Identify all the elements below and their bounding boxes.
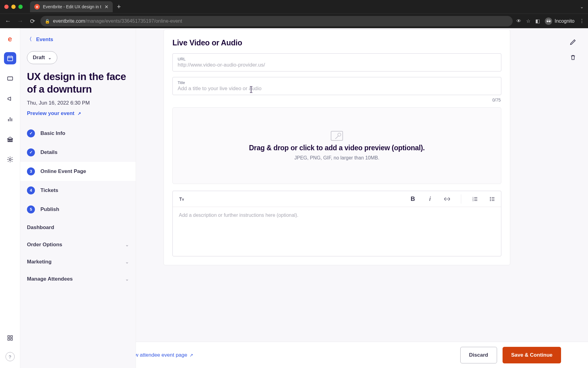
sidebar-marketing[interactable]: Marketing ⌄ — [20, 253, 136, 270]
step-number-badge: 5 — [27, 205, 35, 213]
svg-rect-4 — [7, 77, 13, 80]
title-input[interactable] — [178, 86, 496, 92]
step-label: Tickets — [40, 187, 58, 194]
external-link-icon: ↗ — [77, 111, 81, 116]
megaphone-icon — [7, 95, 13, 102]
chevron-down-icon: ⌄ — [125, 259, 129, 264]
minimize-window-button[interactable] — [11, 5, 16, 9]
dropzone-subtext: JPEG, PNG, GIF, no larger than 10MB. — [294, 155, 379, 161]
editor-toolbar: B i 123 — [173, 191, 501, 207]
chevron-down-icon: ⌄ — [48, 56, 51, 60]
kebab-menu-icon[interactable]: ⋮ — [579, 18, 584, 24]
unordered-list-button[interactable] — [488, 194, 497, 204]
description-editor: B i 123 Add a — [172, 191, 501, 256]
svg-rect-10 — [10, 336, 12, 338]
save-continue-button[interactable]: Save & Continue — [503, 347, 561, 363]
step-check-icon — [27, 129, 35, 137]
sidebar-manage-attendees[interactable]: Manage Attendees ⌄ — [20, 270, 136, 288]
rail-settings[interactable] — [4, 153, 16, 166]
tabs-menu-button[interactable]: ⌄ — [580, 4, 584, 9]
preview-label: Preview your event — [27, 110, 74, 117]
gear-icon — [7, 156, 13, 163]
expand-label: Manage Attendees — [27, 276, 73, 282]
toolbar-right: 👁 ☆ ◧ 🕶 Incognito ⋮ — [516, 17, 584, 25]
external-link-icon: ↗ — [190, 353, 193, 358]
incognito-icon: 🕶 — [545, 17, 552, 25]
browser-toolbar: ← → ⟳ 🔒 eventbrite.com/manage/events/336… — [0, 13, 588, 28]
url-input[interactable] — [178, 62, 496, 68]
incognito-indicator[interactable]: 🕶 Incognito — [545, 17, 575, 25]
reload-button[interactable]: ⟳ — [28, 17, 37, 25]
status-dropdown[interactable]: Draft ⌄ — [27, 51, 57, 64]
browser-tab[interactable]: e Eventbrite - Edit UX design in t ✕ — [30, 1, 113, 12]
link-button[interactable] — [443, 194, 452, 204]
title-field-label: Title — [178, 80, 496, 85]
browser-chrome: e Eventbrite - Edit UX design in t ✕ + ⌄… — [0, 0, 588, 28]
discard-button[interactable]: Discard — [460, 347, 497, 363]
footer-bar: ew attendee event page ↗ Discard Save & … — [136, 342, 588, 368]
editor-body[interactable]: Add a description or further instruction… — [173, 207, 501, 256]
bookmark-star-icon[interactable]: ☆ — [526, 18, 530, 24]
rail-apps[interactable] — [4, 332, 16, 344]
step-basic-info[interactable]: Basic Info — [20, 124, 136, 143]
chevron-down-icon: ⌄ — [125, 277, 129, 282]
back-to-events[interactable]: 〈 Events — [20, 33, 136, 46]
bar-chart-icon — [7, 116, 13, 122]
chevron-down-icon: ⌄ — [125, 242, 129, 247]
ordered-list-icon: 123 — [472, 196, 478, 202]
svg-point-16 — [490, 197, 491, 198]
back-button[interactable]: ← — [4, 17, 12, 25]
svg-rect-0 — [7, 56, 13, 61]
step-number-badge: 3 — [27, 167, 35, 175]
step-tickets[interactable]: 4 Tickets — [20, 181, 136, 200]
main-content: Live Video or Audio URL Title 0/75 Drag … — [136, 28, 588, 368]
eye-off-icon[interactable]: 👁 — [516, 18, 521, 24]
step-details[interactable]: Details — [20, 143, 136, 162]
svg-text:3: 3 — [473, 199, 473, 201]
step-label: Online Event Page — [40, 168, 86, 174]
bold-button[interactable]: B — [408, 194, 417, 204]
lock-icon: 🔒 — [45, 19, 50, 24]
edit-button[interactable] — [568, 37, 578, 47]
address-bar[interactable]: 🔒 eventbrite.com/manage/events/336451735… — [40, 16, 513, 26]
maximize-window-button[interactable] — [18, 5, 23, 9]
rail-help[interactable]: ? — [6, 352, 15, 361]
rail-orders[interactable] — [4, 72, 16, 85]
attendee-page-link[interactable]: ew attendee event page ↗ — [136, 352, 193, 358]
step-number-badge: 4 — [27, 186, 35, 194]
editor-placeholder: Add a description or further instruction… — [179, 213, 495, 218]
trash-icon — [570, 54, 576, 61]
rail-finance[interactable] — [4, 133, 16, 145]
delete-button[interactable] — [568, 53, 578, 62]
close-tab-button[interactable]: ✕ — [104, 4, 108, 10]
side-panel-icon[interactable]: ◧ — [535, 18, 540, 24]
sidebar-order-options[interactable]: Order Options ⌄ — [20, 236, 136, 253]
rail-events[interactable] — [4, 52, 16, 64]
calendar-icon — [7, 55, 13, 62]
rail-marketing[interactable] — [4, 93, 16, 105]
step-check-icon — [27, 148, 35, 156]
tab-title: Eventbrite - Edit UX design in t — [43, 4, 101, 9]
chevron-left-icon: 〈 — [27, 36, 32, 43]
bank-icon — [7, 136, 13, 143]
italic-button[interactable]: i — [425, 194, 435, 204]
text-style-button[interactable] — [177, 194, 186, 204]
step-label: Basic Info — [40, 130, 65, 136]
url-text: eventbrite.com/manage/events/33645173519… — [53, 18, 182, 24]
close-window-button[interactable] — [4, 5, 9, 9]
link-icon — [444, 196, 450, 202]
dropzone-heading: Drag & drop or click to add a video prev… — [249, 144, 425, 152]
video-preview-dropzone[interactable]: Drag & drop or click to add a video prev… — [172, 107, 501, 184]
step-publish[interactable]: 5 Publish — [20, 200, 136, 219]
preview-event-link[interactable]: Preview your event ↗ — [20, 107, 136, 124]
ordered-list-button[interactable]: 123 — [470, 194, 480, 204]
nav-rail: e ? — [0, 28, 20, 368]
url-field[interactable]: URL — [172, 53, 501, 71]
step-online-event-page[interactable]: 3 Online Event Page — [20, 162, 136, 181]
eventbrite-logo[interactable]: e — [5, 34, 15, 44]
title-field[interactable]: Title — [172, 77, 501, 95]
rail-reports[interactable] — [4, 113, 16, 125]
sidebar-dashboard[interactable]: Dashboard — [20, 219, 136, 236]
new-tab-button[interactable]: + — [117, 3, 121, 11]
pencil-icon — [570, 39, 576, 45]
